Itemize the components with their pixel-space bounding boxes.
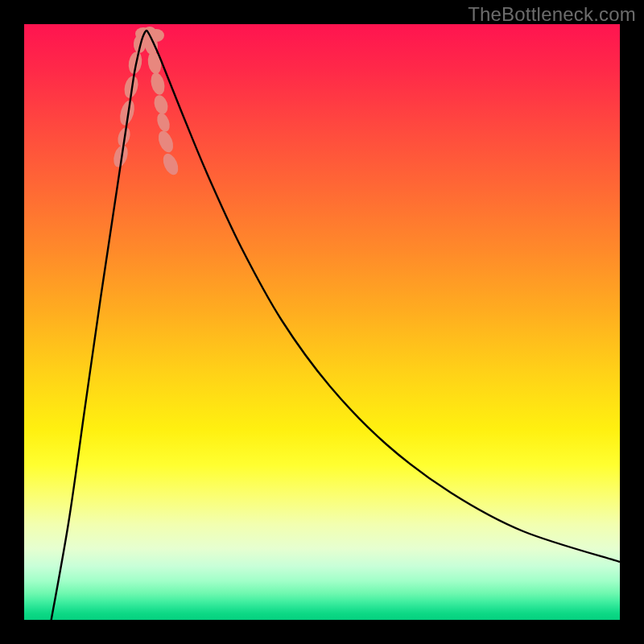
marker-blob — [149, 71, 167, 96]
plot-area — [24, 24, 620, 620]
marker-blob — [147, 51, 163, 75]
marker-blob — [155, 129, 175, 155]
marker-blob — [152, 93, 171, 116]
marker-blob — [155, 111, 171, 133]
marker-blob — [160, 151, 181, 177]
watermark-text: TheBottleneck.com — [468, 3, 636, 26]
chart-outer-frame: TheBottleneck.com — [0, 0, 644, 644]
bottleneck-curve — [48, 31, 620, 620]
chart-svg — [24, 24, 620, 620]
